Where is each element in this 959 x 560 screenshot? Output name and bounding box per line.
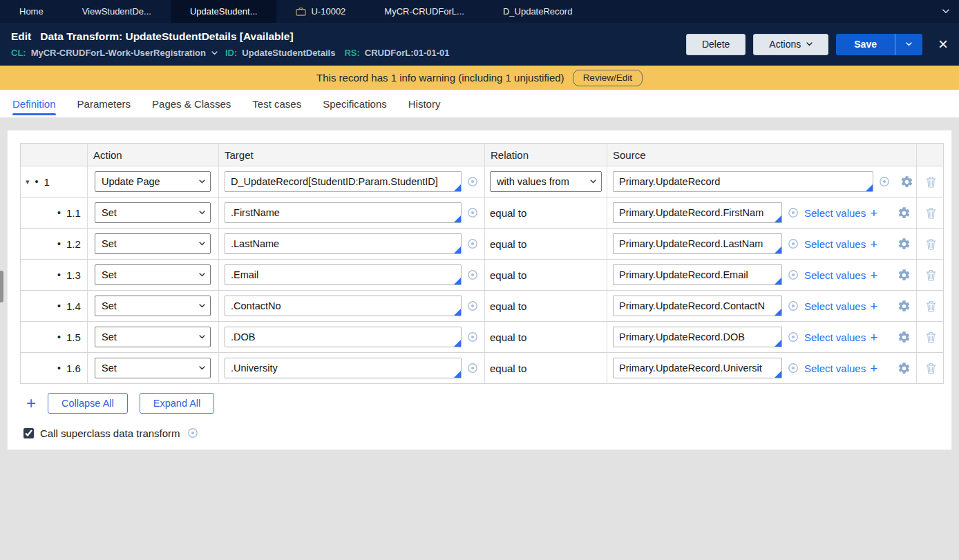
review-edit-button[interactable]: Review/Edit bbox=[573, 70, 643, 86]
gear-icon[interactable] bbox=[900, 175, 913, 189]
save-button[interactable]: Save bbox=[836, 34, 895, 55]
source-picker-icon[interactable] bbox=[787, 238, 799, 250]
source-picker-icon[interactable] bbox=[787, 269, 799, 281]
gear-icon[interactable] bbox=[898, 362, 911, 375]
header-cell-relation: Relation bbox=[485, 144, 607, 166]
action-select-value: Set bbox=[102, 207, 117, 218]
target-input[interactable] bbox=[225, 264, 462, 285]
action-select[interactable]: Set bbox=[95, 358, 211, 378]
left-scrollbar-nub[interactable] bbox=[0, 271, 3, 302]
target-input[interactable] bbox=[225, 327, 462, 347]
select-values-link[interactable]: Select values+ bbox=[804, 269, 877, 282]
action-select[interactable]: Set bbox=[95, 327, 211, 347]
target-picker-icon[interactable] bbox=[466, 206, 479, 219]
source-input[interactable] bbox=[613, 202, 782, 223]
row-number: 1.4 bbox=[66, 300, 81, 312]
rs-label: RS: bbox=[344, 48, 359, 58]
trash-icon[interactable] bbox=[926, 363, 936, 374]
select-values-link[interactable]: Select values+ bbox=[804, 331, 877, 344]
row-number: 1.1 bbox=[66, 207, 81, 219]
top-tab-case-u10002[interactable]: U-10002 bbox=[276, 0, 365, 23]
tab-parameters[interactable]: Parameters bbox=[77, 90, 131, 117]
target-input[interactable] bbox=[225, 171, 462, 192]
source-input[interactable] bbox=[613, 264, 782, 285]
delete-button[interactable]: Delete bbox=[686, 34, 746, 55]
tab-pages-classes[interactable]: Pages & Classes bbox=[152, 90, 231, 117]
trash-icon[interactable] bbox=[926, 207, 936, 219]
header-cell-empty bbox=[21, 144, 88, 166]
page-title: Edit Data Transform: UpdateStudentDetail… bbox=[11, 30, 450, 43]
chevron-down-icon[interactable] bbox=[942, 0, 949, 23]
header-cell-source: Source bbox=[607, 144, 917, 166]
gear-icon[interactable] bbox=[898, 206, 911, 220]
table-header-row: Action Target Relation Source bbox=[21, 144, 943, 166]
relation-select[interactable]: with values from bbox=[490, 171, 602, 192]
top-tab-viewstudentdetails[interactable]: ViewStudentDe... bbox=[63, 0, 171, 23]
close-icon[interactable]: × bbox=[938, 36, 948, 52]
row-number: 1.2 bbox=[66, 238, 81, 250]
source-picker-icon[interactable] bbox=[787, 206, 799, 219]
target-picker-icon[interactable] bbox=[466, 269, 479, 281]
actions-button-label: Actions bbox=[769, 39, 801, 50]
trash-icon[interactable] bbox=[926, 300, 936, 312]
chevron-down-icon[interactable] bbox=[211, 51, 218, 55]
select-values-link[interactable]: Select values+ bbox=[804, 362, 877, 375]
target-input[interactable] bbox=[225, 296, 462, 316]
source-input[interactable] bbox=[613, 233, 782, 254]
gear-icon[interactable] bbox=[898, 300, 911, 313]
top-tab-d-updaterecord[interactable]: D_UpdateRecord bbox=[484, 0, 591, 23]
source-picker-icon[interactable] bbox=[787, 331, 799, 343]
action-select[interactable]: Set bbox=[95, 233, 211, 254]
relation-text: equal to bbox=[490, 269, 526, 281]
target-picker-icon[interactable] bbox=[466, 175, 479, 188]
source-input[interactable] bbox=[613, 296, 782, 316]
target-input[interactable] bbox=[225, 358, 462, 378]
top-tab-mycr-crudforl[interactable]: MyCR-CRUDForL... bbox=[365, 0, 484, 23]
select-values-label: Select values bbox=[804, 269, 866, 281]
action-select[interactable]: Set bbox=[95, 202, 211, 223]
tab-definition[interactable]: Definition bbox=[12, 90, 56, 117]
row-bullet: • bbox=[57, 207, 61, 218]
collapse-all-button[interactable]: Collapse All bbox=[48, 393, 128, 414]
tab-history[interactable]: History bbox=[408, 90, 441, 117]
target-picker-icon[interactable] bbox=[466, 331, 479, 343]
select-values-link[interactable]: Select values+ bbox=[804, 206, 877, 220]
select-values-link[interactable]: Select values+ bbox=[804, 300, 877, 313]
superclass-picker-icon[interactable] bbox=[187, 427, 199, 439]
add-row-icon[interactable]: + bbox=[26, 395, 36, 412]
table-row: • 1.4 Set equal to Select v bbox=[21, 291, 943, 322]
source-input[interactable] bbox=[613, 358, 782, 378]
trash-icon[interactable] bbox=[926, 238, 936, 250]
action-select[interactable]: Set bbox=[95, 296, 211, 316]
target-picker-icon[interactable] bbox=[466, 362, 479, 374]
top-tab-updatestudent-active[interactable]: UpdateStudent... bbox=[171, 0, 277, 23]
save-dropdown-button[interactable] bbox=[895, 34, 922, 55]
source-input[interactable] bbox=[613, 327, 782, 347]
superclass-checkbox[interactable] bbox=[23, 428, 34, 438]
target-picker-icon[interactable] bbox=[466, 300, 479, 312]
expand-all-button[interactable]: Expand All bbox=[140, 393, 215, 414]
trash-icon[interactable] bbox=[926, 176, 936, 188]
select-values-label: Select values bbox=[804, 363, 866, 374]
source-picker-icon[interactable] bbox=[878, 175, 891, 188]
target-picker-icon[interactable] bbox=[466, 238, 479, 250]
source-picker-icon[interactable] bbox=[787, 362, 799, 374]
collapse-row-icon[interactable]: ▾ bbox=[26, 177, 30, 186]
target-input[interactable] bbox=[225, 233, 462, 254]
source-input[interactable] bbox=[613, 171, 873, 192]
source-picker-icon[interactable] bbox=[787, 300, 799, 312]
select-values-label: Select values bbox=[804, 331, 866, 343]
gear-icon[interactable] bbox=[898, 269, 911, 282]
tab-specifications[interactable]: Specifications bbox=[323, 90, 387, 117]
target-input[interactable] bbox=[225, 202, 462, 223]
gear-icon[interactable] bbox=[898, 238, 911, 251]
select-values-link[interactable]: Select values+ bbox=[804, 238, 877, 251]
trash-icon[interactable] bbox=[926, 331, 936, 343]
tab-test-cases[interactable]: Test cases bbox=[252, 90, 301, 117]
action-select[interactable]: Set bbox=[95, 264, 211, 285]
actions-button[interactable]: Actions bbox=[753, 34, 828, 55]
top-tab-home[interactable]: Home bbox=[0, 0, 63, 23]
trash-icon[interactable] bbox=[926, 269, 936, 281]
action-select[interactable]: Update Page bbox=[95, 171, 211, 192]
gear-icon[interactable] bbox=[898, 331, 911, 344]
